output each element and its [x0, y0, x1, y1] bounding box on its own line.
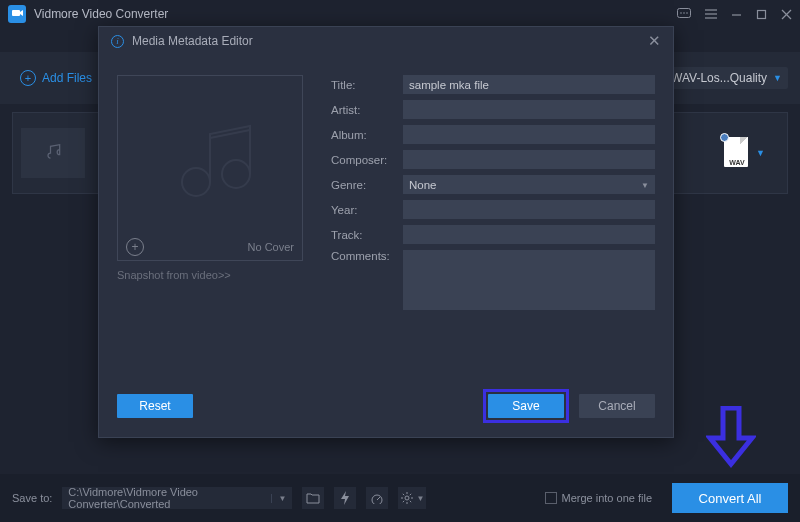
- music-placeholder-icon: [150, 108, 270, 228]
- merge-label: Merge into one file: [562, 492, 653, 504]
- app-logo: [8, 5, 26, 23]
- metadata-editor-modal: i Media Metadata Editor ✕ + No Cover Sna…: [98, 26, 674, 438]
- chevron-down-icon: ▼: [271, 494, 286, 503]
- file-thumbnail: [21, 128, 85, 178]
- album-input[interactable]: [403, 125, 655, 144]
- bottom-bar: Save to: C:\Vidmore\Vidmore Video Conver…: [0, 474, 800, 522]
- hardware-accel-button[interactable]: [334, 487, 356, 509]
- add-files-label: Add Files: [42, 71, 92, 85]
- save-to-label: Save to:: [12, 492, 52, 504]
- album-label: Album:: [331, 129, 395, 141]
- file-badge: WAV: [724, 159, 750, 166]
- plus-circle-icon: +: [20, 70, 36, 86]
- svg-point-15: [405, 496, 409, 500]
- comments-input[interactable]: [403, 250, 655, 310]
- checkbox-icon: [545, 492, 557, 504]
- year-label: Year:: [331, 204, 395, 216]
- save-button[interactable]: Save: [488, 394, 564, 418]
- merge-checkbox[interactable]: Merge into one file: [545, 492, 653, 504]
- year-input[interactable]: [403, 200, 655, 219]
- reset-button[interactable]: Reset: [117, 394, 193, 418]
- settings-button[interactable]: ▼: [398, 487, 426, 509]
- svg-rect-9: [758, 10, 766, 18]
- convert-all-button[interactable]: Convert All: [672, 483, 788, 513]
- save-button-highlight: Save: [483, 389, 569, 423]
- title-input[interactable]: [403, 75, 655, 94]
- chevron-down-icon: ▼: [416, 494, 424, 503]
- save-path-dropdown[interactable]: C:\Vidmore\Vidmore Video Converter\Conve…: [62, 487, 292, 509]
- music-note-icon: [43, 143, 63, 163]
- menu-icon[interactable]: [705, 9, 717, 19]
- output-format-button[interactable]: WAV-Los...Quality ▼: [665, 67, 788, 89]
- svg-line-14: [377, 497, 380, 500]
- high-speed-button[interactable]: [366, 487, 388, 509]
- output-format-label: WAV-Los...Quality: [671, 71, 767, 85]
- svg-line-22: [403, 501, 404, 502]
- track-input[interactable]: [403, 225, 655, 244]
- svg-line-20: [403, 494, 404, 495]
- modal-title: Media Metadata Editor: [132, 34, 648, 48]
- svg-rect-0: [12, 10, 20, 16]
- artist-label: Artist:: [331, 104, 395, 116]
- cancel-button[interactable]: Cancel: [579, 394, 655, 418]
- add-cover-button[interactable]: +: [126, 238, 144, 256]
- minimize-icon[interactable]: [731, 9, 742, 20]
- svg-line-12: [210, 130, 250, 138]
- composer-input[interactable]: [403, 150, 655, 169]
- wav-file-icon: WAV: [724, 137, 750, 169]
- close-modal-button[interactable]: ✕: [648, 32, 661, 50]
- artist-input[interactable]: [403, 100, 655, 119]
- svg-point-2: [680, 12, 682, 14]
- comments-label: Comments:: [331, 250, 395, 262]
- track-label: Track:: [331, 229, 395, 241]
- title-label: Title:: [331, 79, 395, 91]
- annotation-arrow-icon: [706, 406, 756, 468]
- svg-line-23: [410, 494, 411, 495]
- close-icon[interactable]: [781, 9, 792, 20]
- title-bar: Vidmore Video Converter: [0, 0, 800, 28]
- snapshot-link[interactable]: Snapshot from video>>: [117, 269, 303, 281]
- no-cover-label: No Cover: [248, 241, 294, 253]
- genre-select[interactable]: ▼: [403, 175, 655, 194]
- maximize-icon[interactable]: [756, 9, 767, 20]
- chevron-down-icon: ▼: [773, 73, 782, 83]
- chevron-down-icon[interactable]: ▼: [756, 148, 765, 158]
- info-icon: i: [111, 35, 124, 48]
- genre-label: Genre:: [331, 179, 395, 191]
- svg-point-3: [683, 12, 685, 14]
- cover-art-box: + No Cover: [117, 75, 303, 261]
- svg-line-21: [410, 501, 411, 502]
- open-folder-button[interactable]: [302, 487, 324, 509]
- composer-label: Composer:: [331, 154, 395, 166]
- feedback-icon[interactable]: [677, 8, 691, 20]
- app-title: Vidmore Video Converter: [34, 7, 677, 21]
- modal-header: i Media Metadata Editor ✕: [99, 27, 673, 55]
- svg-point-4: [686, 12, 688, 14]
- genre-value[interactable]: [403, 175, 655, 194]
- save-path-text: C:\Vidmore\Vidmore Video Converter\Conve…: [68, 486, 271, 510]
